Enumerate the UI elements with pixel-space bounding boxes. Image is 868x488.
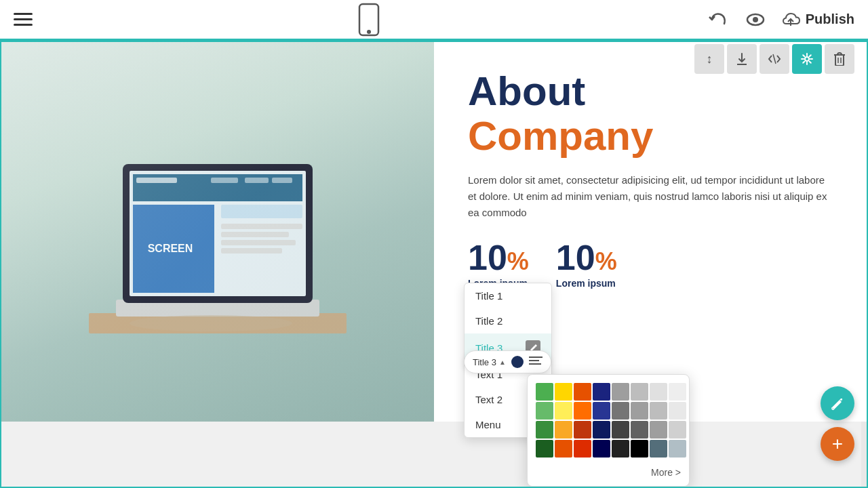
publish-label: Publish xyxy=(806,12,854,27)
color-swatch[interactable] xyxy=(593,421,610,439)
dropdown-item-title2[interactable]: Title 2 xyxy=(465,308,551,333)
color-swatch[interactable] xyxy=(536,440,553,458)
color-swatch[interactable] xyxy=(593,383,610,401)
stat-item-1: 10% Lorem ipsum xyxy=(468,237,529,289)
color-swatch[interactable] xyxy=(536,383,553,401)
color-swatch[interactable] xyxy=(574,402,591,420)
undo-icon[interactable] xyxy=(705,7,730,32)
stat-item-2: 10% Lorem ipsum xyxy=(556,237,617,289)
about-section: SCREEN About Company Lorem dolor sit ame… xyxy=(1,42,867,422)
color-swatch[interactable] xyxy=(574,440,591,458)
about-title-1: About xyxy=(468,69,833,114)
color-swatch[interactable] xyxy=(555,440,572,458)
color-swatch[interactable] xyxy=(612,402,629,420)
stat-label-2: Lorem ipsum xyxy=(556,278,617,289)
style-bar-label[interactable]: Title 3 ▲ xyxy=(473,357,506,367)
more-colors-link[interactable]: More > xyxy=(536,464,681,478)
stat-number-2: 10% xyxy=(556,237,617,278)
color-swatch[interactable] xyxy=(669,440,686,458)
topbar-center xyxy=(358,3,380,37)
dropdown-item-title1[interactable]: Title 1 xyxy=(465,283,551,308)
color-swatch[interactable] xyxy=(612,440,629,458)
svg-point-1 xyxy=(367,30,371,34)
color-swatch[interactable] xyxy=(631,421,648,439)
publish-button[interactable]: Publish xyxy=(781,10,854,29)
color-dot[interactable] xyxy=(511,356,524,368)
color-swatch[interactable] xyxy=(669,402,686,420)
svg-line-6 xyxy=(773,54,776,64)
color-swatch[interactable] xyxy=(574,383,591,401)
color-swatch[interactable] xyxy=(593,440,610,458)
color-swatch[interactable] xyxy=(631,402,648,420)
color-picker: More > xyxy=(527,374,690,487)
pencil-icon xyxy=(830,396,845,411)
color-swatch[interactable] xyxy=(555,383,572,401)
delete-button[interactable] xyxy=(825,44,854,74)
settings-button[interactable] xyxy=(792,44,822,74)
download-button[interactable] xyxy=(727,44,757,74)
about-title-2: Company xyxy=(468,114,833,159)
color-swatch[interactable] xyxy=(555,421,572,439)
color-swatch[interactable] xyxy=(631,383,648,401)
color-swatch[interactable] xyxy=(555,402,572,420)
color-swatch[interactable] xyxy=(669,383,686,401)
topbar-right: Publish xyxy=(705,7,854,32)
element-toolbar: ↕ xyxy=(694,44,854,74)
fab-edit-button[interactable] xyxy=(821,386,854,420)
color-swatch[interactable] xyxy=(536,421,553,439)
cloud-icon xyxy=(781,10,800,29)
hamburger-menu[interactable] xyxy=(14,13,33,26)
color-swatch[interactable] xyxy=(593,402,610,420)
align-icon[interactable] xyxy=(529,355,542,369)
svg-point-3 xyxy=(753,17,758,22)
color-swatch[interactable] xyxy=(650,421,667,439)
laptop-image: SCREEN xyxy=(1,42,434,422)
plus-icon: + xyxy=(832,434,843,453)
color-swatch[interactable] xyxy=(612,383,629,401)
color-swatch[interactable] xyxy=(650,402,667,420)
code-button[interactable] xyxy=(760,44,789,74)
style-bar: Title 3 ▲ xyxy=(464,350,551,373)
color-swatch[interactable] xyxy=(612,421,629,439)
color-swatch[interactable] xyxy=(650,440,667,458)
stat-number-1: 10% xyxy=(468,237,529,278)
style-name: Title 3 xyxy=(473,357,496,367)
topbar-left xyxy=(14,13,33,26)
about-body: Lorem dolor sit amet, consectetur adipis… xyxy=(468,172,833,221)
chevron-up-icon: ▲ xyxy=(499,359,506,366)
svg-point-7 xyxy=(805,57,809,61)
color-swatch[interactable] xyxy=(574,421,591,439)
color-swatch[interactable] xyxy=(631,440,648,458)
stats-row: 10% Lorem ipsum 10% Lorem ipsum xyxy=(468,237,833,289)
color-grid xyxy=(536,383,681,458)
color-swatch[interactable] xyxy=(536,402,553,420)
color-swatch[interactable] xyxy=(650,383,667,401)
canvas: SCREEN About Company Lorem dolor sit ame… xyxy=(0,41,868,488)
preview-icon[interactable] xyxy=(743,7,768,32)
mobile-preview-icon[interactable] xyxy=(358,3,380,37)
about-image: SCREEN xyxy=(1,42,434,422)
topbar: Publish xyxy=(0,0,868,41)
fab-add-button[interactable]: + xyxy=(821,427,854,461)
color-swatch[interactable] xyxy=(669,421,686,439)
move-up-button[interactable]: ↕ xyxy=(694,44,724,74)
